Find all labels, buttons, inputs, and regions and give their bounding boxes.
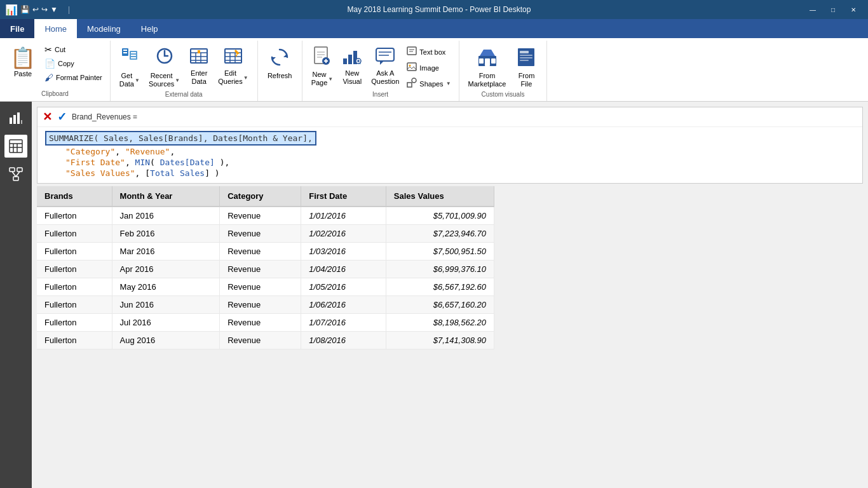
copy-icon: 📄	[44, 58, 55, 69]
col-first-date: First Date	[301, 186, 386, 207]
recent-sources-dropdown: ▼	[175, 78, 180, 83]
from-marketplace-label: FromMarketplace	[468, 72, 506, 88]
cell-month-year: Jan 2016	[112, 207, 220, 225]
cell-category: Revenue	[220, 261, 301, 278]
shapes-icon	[407, 78, 417, 90]
cell-category: Revenue	[220, 332, 301, 349]
cell-brand: Fullerton	[37, 261, 112, 278]
cell-first-date: 1/07/2016	[301, 314, 386, 332]
svg-rect-5	[131, 55, 136, 56]
svg-rect-58	[10, 118, 12, 124]
from-file-icon	[515, 46, 538, 71]
table-body: Fullerton Jan 2016 Revenue 1/01/2016 $5,…	[37, 207, 494, 349]
cell-brand: Fullerton	[37, 243, 112, 261]
from-marketplace-button[interactable]: FromMarketplace	[465, 43, 510, 91]
svg-rect-6	[131, 57, 136, 58]
format-painter-label: Format Painter	[56, 74, 102, 81]
svg-rect-2	[123, 52, 127, 53]
cell-month-year: Feb 2016	[112, 225, 220, 243]
insert-group-label: Insert	[308, 91, 454, 99]
app-icon: 📊	[5, 4, 18, 16]
ribbon-group-insert: NewPage ▼ NewVisual Ask AQuestion	[302, 41, 459, 101]
cell-sales-values: $6,567,192.60	[386, 278, 494, 296]
sidebar-data-icon[interactable]	[4, 135, 27, 158]
formula-bar: ✕ ✓ Brand_Revenues = SUMMARIZE( Sales, S…	[37, 107, 863, 184]
clipboard-buttons: 📋 Paste ✂ Cut 📄 Copy 🖌 Format Painter	[5, 43, 105, 90]
paste-icon: 📋	[10, 46, 36, 70]
sidebar-report-icon[interactable]	[4, 107, 27, 130]
cell-month-year: Aug 2016	[112, 332, 220, 349]
svg-rect-4	[131, 52, 136, 53]
paste-button[interactable]: 📋 Paste	[5, 43, 41, 80]
cell-first-date: 1/04/2016	[301, 261, 386, 278]
shapes-button[interactable]: Shapes ▼	[404, 76, 453, 91]
menu-help[interactable]: Help	[131, 19, 168, 38]
cell-first-date: 1/05/2016	[301, 278, 386, 296]
image-label: Image	[419, 64, 439, 72]
format-painter-button[interactable]: 🖌 Format Painter	[42, 71, 105, 84]
redo-icon[interactable]: ↪	[41, 5, 48, 14]
refresh-button[interactable]: Refresh	[264, 43, 296, 83]
formula-line-4: "Sales Values", [Total Sales] )	[45, 168, 855, 178]
maximize-btn[interactable]: □	[824, 3, 843, 16]
clipboard-stack: ✂ Cut 📄 Copy 🖌 Format Painter	[42, 43, 105, 84]
ribbon-group-clipboard: 📋 Paste ✂ Cut 📄 Copy 🖌 Format Painter	[0, 41, 111, 101]
undo-icon[interactable]: ↩	[32, 5, 39, 14]
cell-category: Revenue	[220, 278, 301, 296]
cut-label: Cut	[55, 46, 65, 53]
left-sidebar	[0, 102, 32, 488]
formula-line-1: SUMMARIZE( Sales, Sales[Brands], Dates[M…	[45, 131, 855, 146]
cell-brand: Fullerton	[37, 278, 112, 296]
edit-queries-icon	[223, 46, 243, 68]
cell-sales-values: $7,141,308.90	[386, 332, 494, 349]
cut-button[interactable]: ✂ Cut	[42, 43, 105, 56]
from-file-label: FromFile	[519, 72, 535, 88]
svg-point-48	[412, 78, 416, 83]
edit-queries-button[interactable]: EditQueries ▼	[214, 43, 252, 88]
menu-file[interactable]: File	[0, 19, 34, 38]
cell-brand: Fullerton	[37, 225, 112, 243]
shapes-dropdown: ▼	[446, 81, 451, 86]
get-data-dropdown: ▼	[135, 78, 140, 83]
menu-modeling[interactable]: Modeling	[77, 19, 131, 38]
ask-question-button[interactable]: Ask AQuestion	[367, 43, 403, 88]
get-data-button[interactable]: GetData ▼	[116, 43, 144, 91]
new-visual-icon	[342, 46, 362, 68]
customise-icon[interactable]: ▼	[50, 5, 58, 14]
new-visual-button[interactable]: NewVisual	[338, 43, 366, 88]
menu-home[interactable]: Home	[34, 19, 77, 38]
svg-rect-32	[348, 55, 352, 64]
from-file-button[interactable]: FromFile	[511, 43, 541, 91]
cell-month-year: Jun 2016	[112, 296, 220, 314]
enter-data-button[interactable]: EnterData	[185, 43, 213, 88]
image-button[interactable]: Image	[404, 60, 453, 75]
formula-content[interactable]: SUMMARIZE( Sales, Sales[Brands], Dates[M…	[37, 127, 862, 183]
new-page-button[interactable]: NewPage ▼	[308, 43, 337, 90]
formula-confirm-button[interactable]: ✓	[57, 110, 67, 124]
cell-first-date: 1/01/2016	[301, 207, 386, 225]
formula-cancel-button[interactable]: ✕	[43, 110, 52, 124]
insert-stack: Text box Image Shapes ▼	[404, 44, 453, 91]
svg-rect-61	[21, 120, 22, 124]
formula-line-2: "Category", "Revenue",	[45, 147, 855, 156]
col-brands: Brands	[37, 186, 112, 207]
formula-highlighted-text: SUMMARIZE( Sales, Sales[Brands], Dates[M…	[45, 131, 316, 146]
copy-button[interactable]: 📄 Copy	[42, 57, 105, 70]
svg-rect-62	[10, 140, 22, 152]
content-area: ✕ ✓ Brand_Revenues = SUMMARIZE( Sales, S…	[32, 102, 868, 488]
close-btn[interactable]: ✕	[844, 3, 863, 16]
table-row: Fullerton Jun 2016 Revenue 1/06/2016 $6,…	[37, 296, 494, 314]
recent-sources-button[interactable]: RecentSources ▼	[145, 43, 184, 91]
cell-brand: Fullerton	[37, 207, 112, 225]
save-icon[interactable]: 💾	[20, 5, 30, 14]
text-box-button[interactable]: Text box	[404, 44, 453, 59]
cell-month-year: Jul 2016	[112, 314, 220, 332]
data-table-container: Brands Month & Year Category First Date …	[37, 186, 863, 483]
new-page-icon	[312, 46, 332, 69]
paste-label: Paste	[14, 70, 32, 78]
formula-bar-top: ✕ ✓ Brand_Revenues =	[37, 107, 862, 127]
sidebar-model-icon[interactable]	[4, 163, 27, 186]
svg-rect-31	[343, 58, 347, 64]
minimize-btn[interactable]: —	[803, 3, 822, 16]
format-painter-icon: 🖌	[44, 72, 53, 83]
